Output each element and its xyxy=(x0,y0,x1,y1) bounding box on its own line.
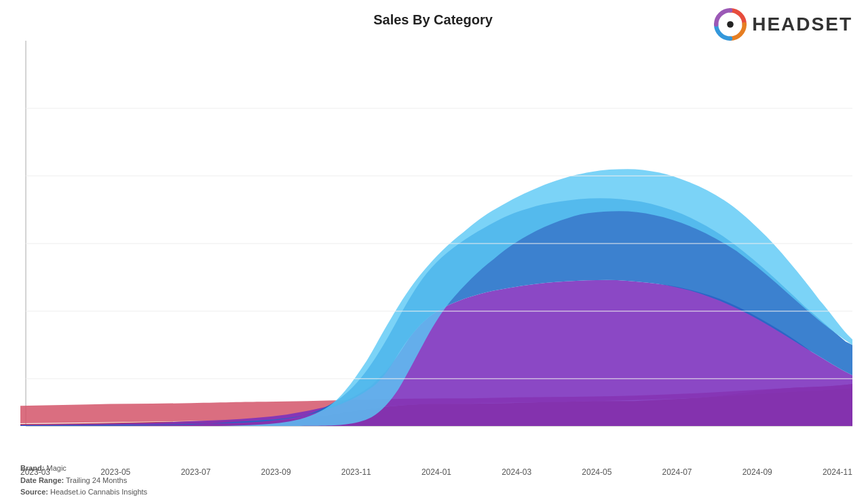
logo: HEADSET xyxy=(714,8,852,41)
headset-logo-icon xyxy=(714,8,747,41)
x-label-3: 2023-09 xyxy=(261,467,291,477)
svg-point-2 xyxy=(727,21,734,28)
date-range-value: Trailing 24 Months xyxy=(66,476,127,484)
chart-container: Sales By Category HEADSET Concentrates E… xyxy=(0,0,866,504)
x-label-5: 2024-01 xyxy=(421,467,451,477)
footer-brand: Brand: Magic xyxy=(20,463,147,475)
footer-date-range: Date Range: Trailing 24 Months xyxy=(20,475,147,487)
area-chart-svg xyxy=(20,41,852,440)
x-label-10: 2024-11 xyxy=(823,467,852,477)
date-range-label: Date Range: xyxy=(20,476,64,484)
footer-info: Brand: Magic Date Range: Trailing 24 Mon… xyxy=(20,463,147,499)
x-label-8: 2024-07 xyxy=(662,467,692,477)
brand-value: Magic xyxy=(47,464,67,472)
x-label-4: 2023-11 xyxy=(341,467,371,477)
x-label-9: 2024-09 xyxy=(742,467,772,477)
x-label-7: 2024-05 xyxy=(582,467,611,477)
x-label-6: 2024-03 xyxy=(502,467,531,477)
brand-label: Brand: xyxy=(20,464,44,472)
logo-text: HEADSET xyxy=(752,14,852,35)
source-value: Headset.io Cannabis Insights xyxy=(50,488,147,496)
x-label-2: 2023-07 xyxy=(181,467,210,477)
source-label: Source: xyxy=(20,488,48,496)
footer-source: Source: Headset.io Cannabis Insights xyxy=(20,486,147,499)
